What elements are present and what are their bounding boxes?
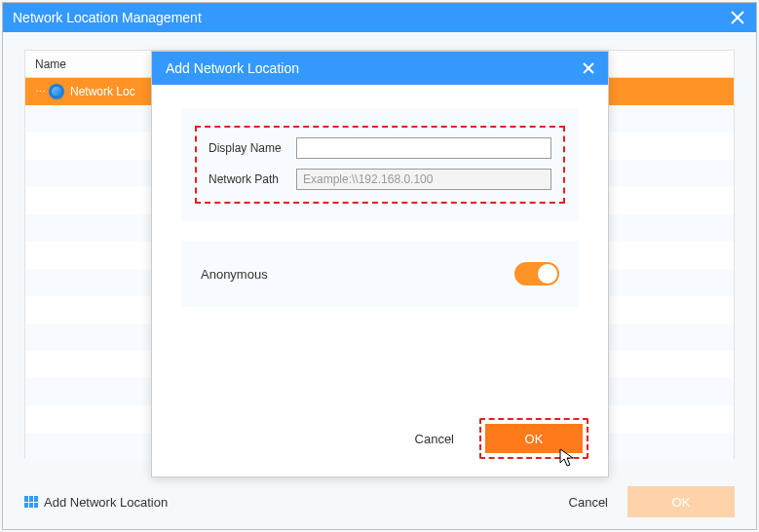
grid-icon <box>24 496 38 508</box>
anonymous-panel: Anonymous <box>181 241 579 307</box>
main-titlebar: Network Location Management <box>3 3 756 32</box>
network-path-label: Network Path <box>209 172 296 186</box>
anonymous-toggle[interactable] <box>514 262 559 285</box>
cancel-button[interactable]: Cancel <box>569 495 608 510</box>
close-icon[interactable] <box>729 9 746 26</box>
display-name-label: Display Name <box>209 141 296 155</box>
ok-button-disabled: OK <box>627 486 735 517</box>
display-name-input[interactable] <box>296 137 551 159</box>
network-path-input[interactable] <box>296 169 551 190</box>
dialog-actions: Cancel OK <box>415 418 588 459</box>
add-network-location-link[interactable]: Add Network Location <box>24 495 168 510</box>
highlighted-fields: Display Name Network Path <box>195 126 565 204</box>
add-location-dialog: Add Network Location Display Name Networ… <box>151 51 609 477</box>
toggle-knob <box>538 264 557 284</box>
dialog-title: Add Network Location <box>166 60 299 76</box>
window-title: Network Location Management <box>13 10 202 25</box>
dialog-titlebar: Add Network Location <box>152 52 608 85</box>
cancel-button[interactable]: Cancel <box>415 432 454 446</box>
form-panel: Display Name Network Path <box>181 108 579 221</box>
ok-highlight: OK <box>479 418 588 459</box>
ok-button[interactable]: OK <box>485 424 583 453</box>
row-label: Network Loc <box>70 85 135 98</box>
add-link-label: Add Network Location <box>44 495 168 510</box>
bottom-bar: Add Network Location Cancel OK <box>24 486 735 517</box>
tree-connector: ⋯ <box>35 86 45 98</box>
globe-icon <box>49 84 64 99</box>
anonymous-label: Anonymous <box>201 267 268 282</box>
close-icon[interactable] <box>583 62 594 74</box>
